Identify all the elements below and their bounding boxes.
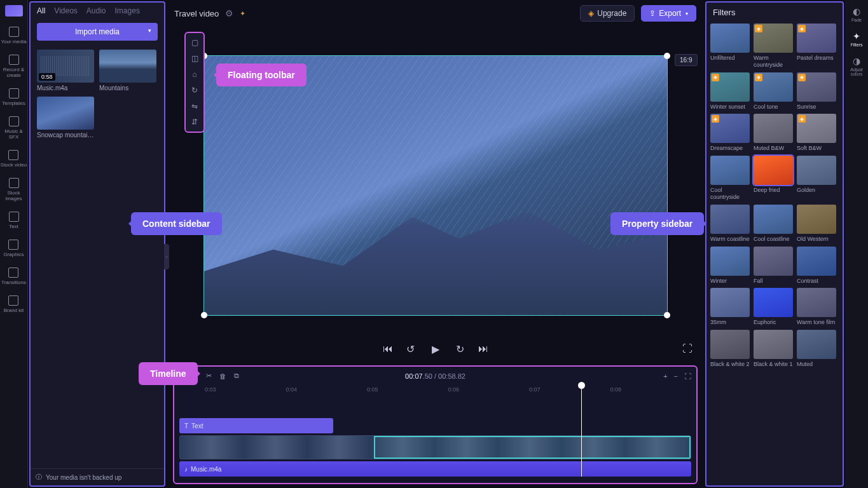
tab-audio[interactable]: Audio (86, 6, 106, 15)
forward-button[interactable]: ↻ (455, 343, 466, 355)
filter-cool-coastline[interactable]: Cool coastline (754, 205, 793, 243)
nav-graphics[interactable]: Graphics (3, 238, 24, 259)
filter-grid: Unfiltered◈Warm countryside◈Pastel dream… (710, 24, 839, 368)
property-tab-adjust-colors[interactable]: ◑Adjust colors (845, 56, 868, 76)
filter-cool-countryside[interactable]: Cool countryside (710, 156, 750, 201)
filter-sunrise[interactable]: ◈Sunrise (797, 72, 836, 111)
filter-black-white-2[interactable]: Black & white 2 (710, 330, 750, 368)
play-button[interactable]: ▶ (428, 341, 443, 356)
filter-contrast[interactable]: Contrast (797, 247, 836, 285)
filter-warm-coastline[interactable]: Warm coastline (710, 205, 750, 243)
export-icon: ⇪ (649, 9, 656, 18)
skip-forward-button[interactable]: ⏭ (478, 343, 489, 355)
nav-text[interactable]: Text (9, 210, 19, 231)
duplicate-button[interactable]: ⧉ (234, 372, 239, 380)
filter-warm-countryside[interactable]: ◈Warm countryside (754, 24, 793, 69)
nav-transitions[interactable]: Transitions (1, 266, 26, 287)
frame-tool-icon[interactable]: ▢ (188, 37, 201, 48)
resize-handle-bottom-left[interactable] (201, 312, 207, 318)
media-grid: 0:58Music.m4aMountainsSnowcap mountain s… (31, 44, 164, 144)
sparkle-icon[interactable]: ✦ (240, 10, 245, 18)
nav-your-media[interactable]: Your media (1, 25, 26, 46)
filter-cool-tone[interactable]: ◈Cool tone (754, 72, 793, 111)
callout-timeline: Timeline (139, 362, 198, 385)
info-icon: ⓘ (36, 473, 42, 482)
app-logo[interactable] (5, 5, 23, 17)
crop2-tool-icon[interactable]: ⌂ (188, 69, 201, 80)
tab-all[interactable]: All (37, 6, 45, 15)
media-tabs: AllVideosAudioImages (31, 3, 164, 19)
filter-muted[interactable]: Muted (797, 330, 836, 368)
timeline-time: 00:07.50 / 00:58.82 (405, 372, 465, 380)
text-track-label: Text (191, 423, 203, 430)
project-name[interactable]: Travel video (174, 9, 219, 18)
filter-euphoric[interactable]: Euphoric (754, 288, 793, 326)
audio-track-clip[interactable]: ♪ Music.m4a (179, 461, 691, 477)
floating-toolbar: ▢ ◫ ⌂ ↻ ⇋ ⇵ (184, 32, 205, 133)
import-media-button[interactable]: Import media (37, 23, 158, 41)
text-track-clip[interactable]: T Text (179, 418, 333, 433)
delete-button[interactable]: 🗑 (219, 372, 226, 380)
property-sidebar: Filters Unfiltered◈Warm countryside◈Past… (705, 1, 844, 487)
settings-icon[interactable]: ⚙ (225, 8, 233, 18)
flip-v-tool-icon[interactable]: ⇵ (188, 116, 201, 128)
upgrade-button[interactable]: ◈ Upgrade (580, 5, 635, 22)
filter-unfiltered[interactable]: Unfiltered (710, 24, 750, 69)
callout-floating-toolbar: Floating toolbar (216, 64, 307, 86)
resize-handle-bottom-right[interactable] (664, 312, 670, 318)
nav-stock-video[interactable]: Stock video (1, 149, 27, 169)
video-selection[interactable] (374, 436, 691, 459)
nav-music-sfx[interactable]: Music & SFX (0, 115, 27, 141)
playhead[interactable] (581, 386, 582, 477)
aspect-ratio-badge[interactable]: 16:9 (675, 54, 697, 66)
timeline-ruler[interactable]: 0:030:040:050:060:070:08 (179, 384, 691, 396)
player-controls: ⏮ ↺ ▶ ↻ ⏭ ⛶ ? (167, 337, 704, 363)
tab-videos[interactable]: Videos (54, 6, 77, 15)
media-item[interactable]: Snowcap mountain st... (37, 97, 94, 139)
nav-record-create[interactable]: Record & create (0, 53, 27, 79)
filter-pastel-dreams[interactable]: ◈Pastel dreams (797, 24, 836, 69)
filter-soft-b-w[interactable]: ◈Soft B&W (797, 114, 836, 152)
filter-35mm[interactable]: 35mm (710, 288, 750, 326)
filter-winter-sunset[interactable]: ◈Winter sunset (710, 72, 750, 111)
media-item[interactable]: 0:58Music.m4a (37, 50, 94, 92)
filter-fall[interactable]: Fall (754, 247, 793, 285)
flip-h-tool-icon[interactable]: ⇋ (188, 100, 201, 112)
filter-old-western[interactable]: Old Western (797, 205, 836, 243)
backup-warning-text: Your media isn't backed up (46, 474, 121, 481)
tab-images[interactable]: Images (115, 6, 140, 15)
nav-stock-images[interactable]: Stock images (0, 177, 27, 203)
filter-golden[interactable]: Golden (797, 156, 836, 201)
nav-brand-kit[interactable]: Brand kit (4, 294, 24, 315)
music-icon: ♪ (184, 466, 188, 473)
property-tab-filters[interactable]: ✦Filters (850, 31, 862, 47)
export-button[interactable]: ⇪ Export (641, 5, 696, 22)
callout-content-sidebar: Content sidebar (131, 212, 222, 235)
skip-back-button[interactable]: ⏮ (382, 343, 394, 355)
video-canvas[interactable]: 16:9 (203, 55, 668, 316)
property-tab-fade[interactable]: ◐Fade (851, 6, 862, 22)
nav-templates[interactable]: Templates (2, 87, 25, 107)
right-nav-rail: ◐Fade✦Filters◑Adjust colors (845, 0, 868, 488)
filter-dreamscape[interactable]: ◈Dreamscape (710, 114, 750, 152)
rotate-tool-icon[interactable]: ↻ (188, 85, 201, 96)
crop-tool-icon[interactable]: ◫ (188, 53, 201, 64)
top-bar: Travel video ⚙ ✦ ◈ Upgrade ⇪ Export (167, 0, 704, 27)
timeline-tracks: T Text Snowcap mountain stars.png ♪ Musi… (179, 418, 691, 477)
backup-warning[interactable]: ⓘ Your media isn't backed up (31, 468, 164, 485)
filter-muted-b-w[interactable]: Muted B&W (754, 114, 793, 152)
property-panel-title: Filters (710, 8, 839, 17)
diamond-icon: ◈ (588, 9, 594, 18)
resize-handle-top-right[interactable] (664, 53, 670, 59)
zoom-out-button[interactable]: − (674, 372, 678, 380)
video-track-clip[interactable]: Snowcap mountain stars.png (179, 435, 691, 459)
zoom-fit-button[interactable]: ⛶ (684, 372, 691, 380)
filter-deep-fried[interactable]: Deep fried (754, 156, 793, 201)
filter-warm-tone-film[interactable]: Warm tone film (797, 288, 836, 326)
filter-black-white-1[interactable]: Black & white 1 (754, 330, 793, 368)
zoom-in-button[interactable]: + (663, 372, 667, 380)
filter-winter[interactable]: Winter (710, 247, 750, 285)
rewind-button[interactable]: ↺ (405, 343, 417, 355)
media-item[interactable]: Mountains (99, 50, 156, 92)
fullscreen-button[interactable]: ⛶ (682, 343, 692, 355)
